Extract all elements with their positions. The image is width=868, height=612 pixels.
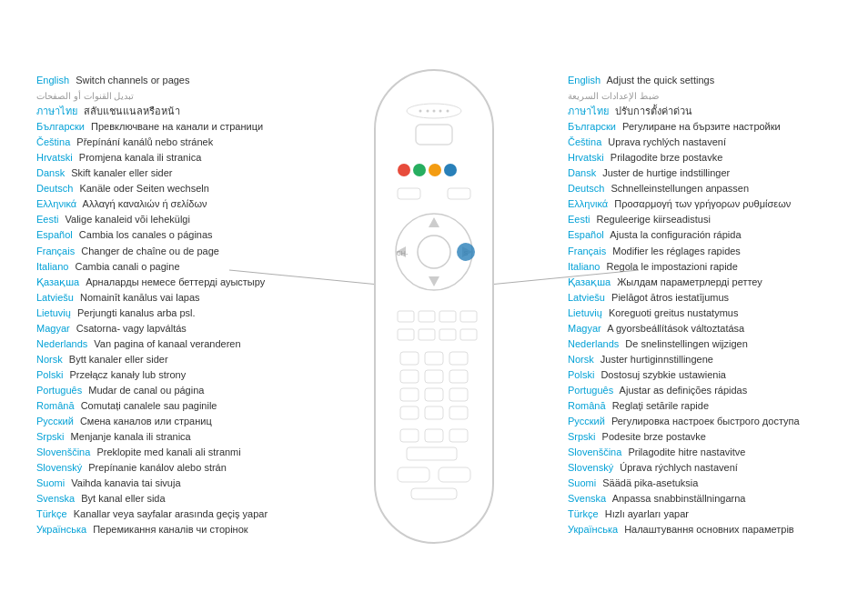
lang-row: Nederlands Van pagina of kanaal verander… [36, 336, 300, 352]
lang-text: Prepínanie kanálov alebo strán [86, 462, 227, 473]
lang-text: Koreguoti greitus nustatymus [606, 307, 739, 318]
lang-row: Eesti Reguleerige kiirseadistusi [568, 212, 850, 227]
lang-name: Deutsch [36, 183, 73, 194]
lang-row: Русский Смена каналов или страниц [36, 414, 300, 429]
lang-text: Csatorna- vagy lapváltás [74, 323, 187, 334]
lang-text: Cambia los canales o páginas [76, 229, 213, 240]
lang-name: ภาษาไทย [36, 105, 77, 116]
lang-name: Русский [568, 416, 605, 426]
lang-name: Dansk [568, 167, 596, 178]
lang-row: Italiano Cambia canali o pagine [36, 259, 300, 275]
lang-row: Latviešu Nomainīt kanālus vai lapas [36, 290, 300, 306]
lang-text: Жылдам параметрлерді реттеу [614, 276, 762, 287]
lang-text: Promjena kanala ili stranica [76, 152, 202, 163]
lang-name: Български [568, 121, 616, 132]
svg-point-12 [429, 164, 441, 176]
lang-name: Polski [36, 369, 63, 380]
lang-name: Eesti [568, 214, 590, 225]
lang-row: Norsk Juster hurtiginnstillingene [568, 352, 850, 367]
lang-row: Română Comutați canalele sau paginile [36, 398, 300, 414]
right-panel: English Adjust the quick settingsضبط الإ… [568, 18, 859, 594]
lang-row: Suomi Vaihda kanavia tai sivuja [36, 476, 300, 491]
lang-row: Русский Регулировка настроек быстрого до… [568, 414, 850, 429]
lang-text: สลับแชนแนลหรือหน้า [81, 105, 180, 116]
svg-point-4 [419, 109, 422, 112]
lang-name: Svenska [36, 493, 75, 504]
lang-text: Dostosuj szybkie ustawienia [598, 369, 726, 380]
lang-name: Eesti [36, 214, 58, 225]
lang-row: Hrvatski Promjena kanala ili stranica [36, 150, 300, 166]
svg-point-24 [457, 243, 475, 261]
lang-row: Қазақша Арналарды немесе беттерді ауысты… [36, 275, 300, 290]
lang-text: De snelinstellingen wijzigen [622, 338, 748, 349]
lang-text: Byt kanal eller sida [78, 493, 165, 504]
lang-text: Adjust the quick settings [604, 75, 714, 85]
lang-text: Juster hurtiginnstillingene [598, 354, 713, 365]
lang-text: Podesite brze postavke [600, 431, 706, 442]
lang-name: Suomi [568, 477, 596, 488]
lang-row: Български Превключване на канали и стран… [36, 119, 300, 135]
lang-name: Ελληνικά [36, 198, 76, 209]
lang-text: Modifier les réglages rapides [610, 246, 741, 256]
lang-name: Español [568, 229, 604, 240]
lang-row: Lietuvių Perjungti kanalus arba psl. [36, 306, 300, 321]
svg-point-11 [413, 164, 426, 176]
lang-name: Türkçe [568, 508, 599, 519]
lang-name: Čeština [568, 136, 601, 147]
svg-point-13 [444, 164, 457, 176]
lang-text: Regola le impostazioni rapide [603, 261, 737, 272]
lang-name: Nederlands [568, 338, 619, 349]
svg-point-6 [433, 109, 436, 112]
lang-name: Lietuvių [568, 307, 602, 318]
lang-text: Ajustar as definições rápidas [617, 385, 747, 396]
lang-text: Anpassa snabbinställningarna [610, 493, 745, 504]
lang-name: Português [568, 385, 613, 396]
lang-name: Français [568, 246, 606, 256]
lang-text: ปรับการตั้งค่าด่วน [612, 105, 692, 116]
lang-text: Bytt kanaler eller sider [66, 354, 168, 365]
left-panel: English Switch channels or pagesتبديل ال… [9, 18, 300, 594]
lang-text: Menjanje kanala ili stranica [68, 431, 191, 442]
lang-row: Polski Przełącz kanały lub strony [36, 367, 300, 383]
lang-row: Български Регулиране на бързите настройк… [568, 119, 850, 135]
lang-name: Български [36, 121, 85, 132]
svg-text:CH-: CH- [397, 250, 409, 256]
lang-row: Eesti Valige kanaleid või lehekülgi [36, 212, 300, 227]
lang-row-arabic: تبديل القنوات أو الصفحات [36, 88, 300, 104]
lang-text: Changer de chaîne ou de page [78, 246, 219, 256]
lang-text: Арналарды немесе беттерді ауыстыру [83, 276, 265, 287]
lang-row: Қазақша Жылдам параметрлерді реттеу [568, 275, 850, 290]
lang-row: Hrvatski Prilagodite brze postavke [568, 150, 850, 166]
arabic-text: تبديل القنوات أو الصفحات [36, 89, 134, 104]
lang-text: Přepínání kanálů nebo stránek [74, 136, 213, 147]
svg-point-8 [447, 109, 449, 112]
lang-name: Română [568, 400, 606, 411]
lang-name: Polski [568, 369, 594, 380]
lang-text: Αλλαγή καναλιών ή σελίδων [80, 198, 207, 209]
lang-row: Srpski Menjanje kanala ili stranica [36, 429, 300, 445]
lang-row: Magyar A gyorsbeállítások változtatása [568, 321, 850, 336]
lang-text: Uprava rychlých nastavení [605, 136, 726, 147]
lang-name: Italiano [36, 261, 68, 272]
lang-text: Προσαρμογή των γρήγορων ρυθμίσεων [611, 198, 791, 209]
lang-text: Cambia canali o pagine [72, 261, 179, 272]
center-panel: CH- S [300, 18, 568, 594]
lang-name: Nederlands [36, 338, 87, 349]
lang-row: Slovenský Úprava rýchlych nastavení [568, 460, 850, 476]
lang-row: Português Ajustar as definições rápidas [568, 383, 850, 398]
lang-text: Pielāgot ātros iestatījumus [609, 292, 729, 303]
lang-text: Prilagodite hitre nastavitve [625, 446, 745, 457]
lang-name: Română [36, 400, 75, 411]
lang-text: Nomainīt kanālus vai lapas [77, 292, 200, 303]
lang-name: Magyar [568, 323, 601, 334]
svg-point-5 [427, 109, 429, 112]
svg-point-7 [439, 109, 442, 112]
lang-name: Norsk [36, 354, 63, 365]
lang-name: Svenska [568, 493, 606, 504]
lang-text: Reglaţi setările rapide [610, 400, 709, 411]
lang-name: Magyar [36, 323, 70, 334]
lang-row: Română Reglaţi setările rapide [568, 398, 850, 414]
lang-row: ภาษาไทย สลับแชนแนลหรือหน้า [36, 104, 300, 119]
lang-row: Dansk Juster de hurtige indstillinger [568, 166, 850, 181]
lang-row: Lietuvių Koreguoti greitus nustatymus [568, 306, 850, 321]
